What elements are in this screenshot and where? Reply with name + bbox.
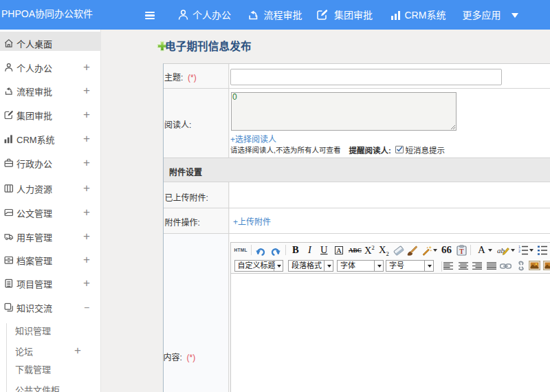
svg-text:2: 2 bbox=[518, 249, 520, 253]
svg-text:T: T bbox=[459, 248, 464, 255]
